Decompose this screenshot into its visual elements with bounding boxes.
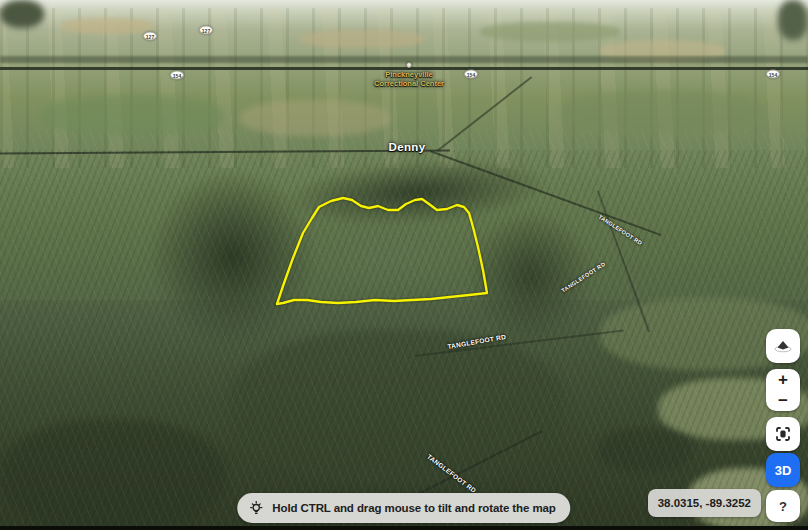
parcel-polygon	[277, 198, 487, 304]
place-label-denny: Denny	[388, 141, 425, 153]
hint-toast-text: Hold CTRL and drag mouse to tilt and rot…	[272, 502, 555, 514]
coordinates-readout: 38.0315, -89.3252	[648, 489, 761, 517]
route-shield: 127	[143, 32, 157, 41]
mode-3d-button[interactable]: 3D	[766, 453, 800, 487]
tip-lightbulb-icon	[248, 500, 264, 516]
fit-bounds-button[interactable]	[766, 417, 800, 451]
zoom-out-button[interactable]: −	[766, 390, 800, 411]
hint-toast: Hold CTRL and drag mouse to tilt and rot…	[237, 493, 570, 523]
poi-marker-icon	[406, 62, 412, 68]
zoom-in-button[interactable]: +	[766, 369, 800, 390]
poi-label-line2: Correctional Center	[374, 80, 444, 89]
bottom-edge-strip	[0, 526, 808, 530]
map-view[interactable]: Denny Pinckneyville Correctional Center …	[0, 0, 808, 530]
route-shield: 154	[464, 70, 478, 79]
route-shield: 154	[766, 70, 780, 79]
route-shield: 154	[170, 71, 184, 80]
frame-center-icon	[774, 425, 792, 443]
zoom-control: + −	[766, 369, 800, 411]
route-shield: 127	[199, 26, 213, 35]
help-button[interactable]: ?	[766, 490, 800, 522]
poi-label-correctional-center: Pinckneyville Correctional Center	[374, 71, 444, 88]
compass-needle-icon	[773, 339, 793, 353]
compass-tilt-button[interactable]	[766, 329, 800, 363]
